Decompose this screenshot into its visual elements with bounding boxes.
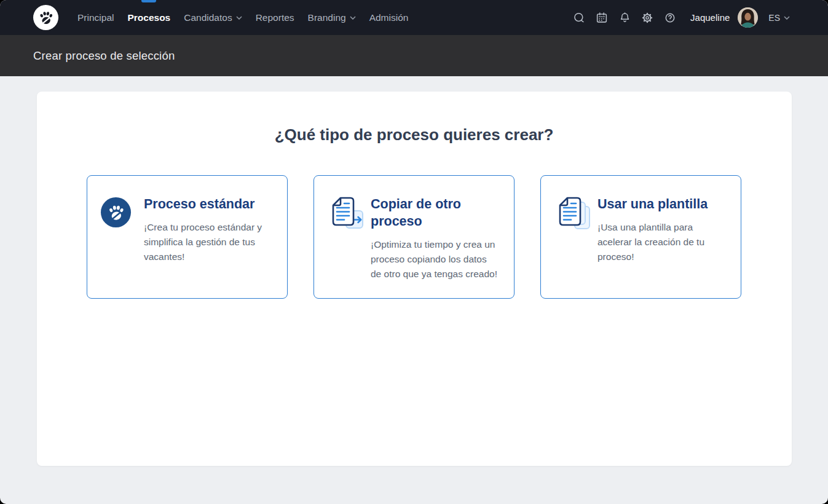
chevron-down-icon xyxy=(236,16,242,20)
page-header: Crear proceso de selección xyxy=(0,35,828,76)
main-nav: Principal Procesos Candidatos Reportes B… xyxy=(71,0,415,35)
process-type-panel: ¿Qué tipo de proceso quieres crear? xyxy=(37,92,792,466)
nav-item-admision[interactable]: Admisión xyxy=(363,0,416,35)
app-logo[interactable] xyxy=(33,5,58,30)
nav-label: Branding xyxy=(308,12,346,23)
chevron-down-icon xyxy=(350,16,356,20)
card-title: Proceso estándar xyxy=(144,196,272,213)
card-title: Usar una plantilla xyxy=(597,196,726,213)
card-text: Proceso estándar ¡Crea tu proceso estánd… xyxy=(144,196,272,298)
page-content: ¿Qué tipo de proceso quieres crear? xyxy=(0,76,828,466)
card-text: Copiar de otro proceso ¡Optimiza tu tiem… xyxy=(371,196,499,298)
top-navbar: Principal Procesos Candidatos Reportes B… xyxy=(0,0,828,35)
language-selector[interactable]: ES xyxy=(768,13,790,23)
nav-label: Procesos xyxy=(127,12,170,23)
nav-item-reportes[interactable]: Reportes xyxy=(249,0,301,35)
chat-icon[interactable] xyxy=(572,10,586,25)
card-title: Copiar de otro proceso xyxy=(371,196,499,230)
user-name[interactable]: Jaqueline xyxy=(690,12,730,23)
copy-process-icon xyxy=(328,196,371,298)
card-copiar-proceso[interactable]: Copiar de otro proceso ¡Optimiza tu tiem… xyxy=(313,175,515,299)
calendar-icon[interactable] xyxy=(594,10,609,25)
chevron-down-icon xyxy=(784,16,790,20)
panel-heading: ¿Qué tipo de proceso quieres crear? xyxy=(37,92,792,144)
card-description: ¡Optimiza tu tiempo y crea un proceso co… xyxy=(371,237,499,282)
card-text: Usar una plantilla ¡Usa una plantilla pa… xyxy=(597,196,726,298)
nav-item-candidatos[interactable]: Candidatos xyxy=(177,0,248,35)
paw-logo-icon xyxy=(37,9,54,26)
card-usar-plantilla[interactable]: Usar una plantilla ¡Usa una plantilla pa… xyxy=(540,175,741,299)
settings-icon[interactable] xyxy=(640,10,655,25)
nav-label: Candidatos xyxy=(184,12,232,23)
bell-icon[interactable] xyxy=(617,10,632,25)
help-icon[interactable] xyxy=(663,10,677,25)
card-proceso-estandar[interactable]: Proceso estándar ¡Crea tu proceso estánd… xyxy=(87,175,288,299)
app-screen: Principal Procesos Candidatos Reportes B… xyxy=(0,0,828,504)
navbar-right-group: Jaqueline ES xyxy=(564,7,790,28)
user-avatar[interactable] xyxy=(738,7,758,28)
language-code: ES xyxy=(768,13,780,23)
process-type-cards: Proceso estándar ¡Crea tu proceso estánd… xyxy=(37,175,792,299)
nav-item-principal[interactable]: Principal xyxy=(71,0,120,35)
page-title: Crear proceso de selección xyxy=(33,49,175,63)
nav-item-procesos[interactable]: Procesos xyxy=(120,0,177,35)
template-icon xyxy=(554,196,597,298)
paw-icon xyxy=(101,196,144,298)
nav-label: Reportes xyxy=(256,12,294,23)
nav-item-branding[interactable]: Branding xyxy=(301,0,363,35)
nav-label: Admisión xyxy=(369,12,409,23)
nav-label: Principal xyxy=(77,12,114,23)
card-description: ¡Usa una plantilla para acelerar la crea… xyxy=(597,220,726,264)
card-description: ¡Crea tu proceso estándar y simplifica l… xyxy=(144,220,272,264)
